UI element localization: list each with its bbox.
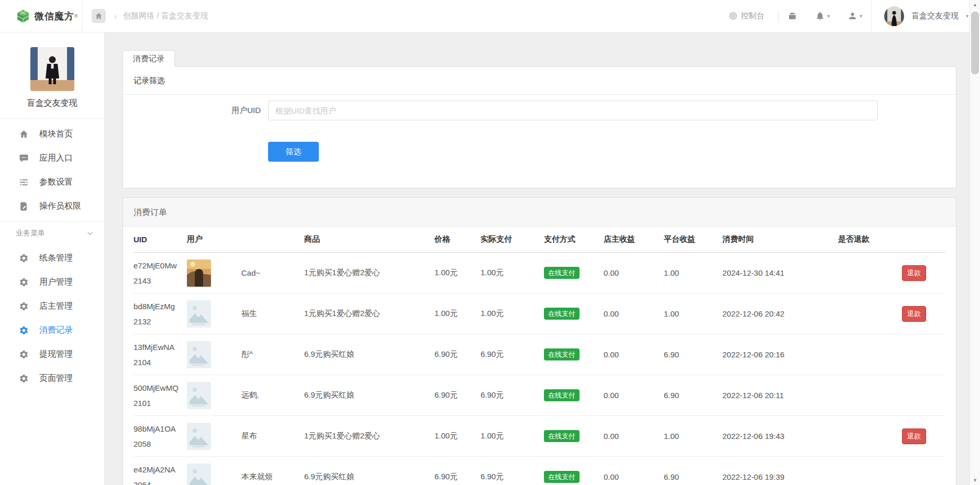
refund-cell: 退款 xyxy=(838,428,945,444)
sidebar-item-页面管理[interactable]: 页面管理 xyxy=(0,366,104,390)
user-cell: 福生 xyxy=(187,300,304,328)
filter-panel-title: 记录筛选 xyxy=(123,67,956,95)
user-cell: Cad~ xyxy=(187,260,304,287)
user-avatar xyxy=(187,341,211,368)
billing-icon[interactable] xyxy=(787,11,797,21)
user-avatar xyxy=(187,260,211,287)
table-row: 500MjEwMQ2101远鹤.6.9元购买红娘6.90元6.90元在线支付0.… xyxy=(133,375,945,416)
uid-cell: e42MjA2NA2064 xyxy=(133,465,187,485)
table-row: bd8MjEzMg2132福生1元购买1爱心赠2爱心1.00元1.00元在线支付… xyxy=(133,294,945,334)
sidebar-item-模块首页[interactable]: 模块首页 xyxy=(0,122,104,146)
gear-icon xyxy=(19,253,29,263)
notifications-bell-icon[interactable]: ▾ xyxy=(815,11,830,21)
pay-method-cell: 在线支付 xyxy=(544,348,604,360)
gear-icon xyxy=(19,301,29,311)
refund-button[interactable]: 退款 xyxy=(902,306,926,322)
gear-icon xyxy=(19,349,29,359)
sidebar-item-纸条管理[interactable]: 纸条管理 xyxy=(0,246,104,270)
filter-submit-button[interactable]: 筛选 xyxy=(268,142,319,162)
online-pay-badge: 在线支付 xyxy=(544,308,580,320)
account-switcher[interactable]: 盲盒交友变现 ▾ xyxy=(884,6,968,26)
product-cell: 6.9元购买红娘 xyxy=(304,349,435,359)
tab-consumption-records[interactable]: 消费记录 xyxy=(122,50,175,67)
refund-cell: 退款 xyxy=(838,265,945,281)
app-logo[interactable]: 微信魔方 ® xyxy=(0,8,82,24)
breadcrumb-path: 创颜网络 / 盲盒交友变现 xyxy=(123,11,208,21)
uid-code: bd8MjEzMg xyxy=(133,302,187,311)
sidebar-item-用户管理[interactable]: 用户管理 xyxy=(0,270,104,294)
console-link[interactable]: 控制台 xyxy=(729,11,764,21)
table-row: e42MjA2NA2064本来就烦6.9元购买红娘6.90元6.90元在线支付0… xyxy=(133,457,945,485)
column-header: 是否退款 xyxy=(838,234,945,244)
scrollbar-thumb[interactable] xyxy=(971,12,979,74)
sidebar-item-店主管理[interactable]: 店主管理 xyxy=(0,294,104,318)
column-header: 支付方式 xyxy=(544,234,604,244)
top-header: 微信魔方 ® › 创颜网络 / 盲盒交友变现 控制台 ▾ ▾ xyxy=(0,0,980,32)
sidebar-menu-top: 模块首页应用入口参数设置操作员权限 xyxy=(0,119,104,221)
product-cell: 1元购买1爱心赠2爱心 xyxy=(304,431,435,441)
module-avatar xyxy=(30,47,74,91)
table-row: 98bMjA1OA2058星布1元购买1爱心赠2爱心1.00元1.00元在线支付… xyxy=(133,416,945,457)
user-cell: 本来就烦 xyxy=(187,464,304,485)
operator-permission-icon xyxy=(19,201,29,211)
uid-label: 用户UID xyxy=(123,106,261,116)
actual-paid-cell: 1.00元 xyxy=(481,431,544,441)
orders-panel-title: 消费订单 xyxy=(123,198,956,227)
online-pay-badge: 在线支付 xyxy=(544,471,580,483)
gear-icon xyxy=(19,277,29,287)
home-icon[interactable] xyxy=(92,9,106,23)
column-header: UID xyxy=(133,235,187,244)
uid-cell: bd8MjEzMg2132 xyxy=(133,302,187,326)
user-avatar xyxy=(187,423,211,450)
actual-paid-cell: 1.00元 xyxy=(481,268,544,278)
price-cell: 6.90元 xyxy=(435,390,481,400)
refund-button[interactable]: 退款 xyxy=(902,428,926,444)
uid-code: e42MjA2NA xyxy=(133,465,187,474)
params-icon xyxy=(19,177,29,187)
home-icon xyxy=(19,129,29,139)
platform-income-cell: 1.00 xyxy=(664,268,722,277)
scroll-down-arrow-icon[interactable]: ▼ xyxy=(970,476,980,485)
user-menu-icon[interactable]: ▾ xyxy=(848,11,862,21)
page-scrollbar[interactable]: ▲ ▼ xyxy=(970,0,980,485)
user-cell: 远鹤. xyxy=(187,382,304,409)
shop-income-cell: 0.00 xyxy=(604,309,664,318)
uid-search-input[interactable] xyxy=(268,100,878,120)
account-avatar xyxy=(884,6,904,26)
uid-code: e72MjE0Mw xyxy=(133,261,187,270)
header-divider xyxy=(82,0,82,32)
refund-button[interactable]: 退款 xyxy=(902,265,926,281)
sidebar-item-提现管理[interactable]: 提现管理 xyxy=(0,342,104,366)
logo-text: 微信魔方 xyxy=(35,10,74,22)
sidebar-item-应用入口[interactable]: 应用入口 xyxy=(0,146,104,170)
user-cell: 彤^ xyxy=(187,341,304,368)
sidebar-item-label: 页面管理 xyxy=(39,373,73,384)
module-profile: 盲盒交友变现 xyxy=(0,32,104,118)
column-header: 实际支付 xyxy=(481,234,544,244)
uid-number: 2064 xyxy=(133,480,187,485)
uid-number: 2104 xyxy=(133,358,187,367)
table-header-row: UID用户商品价格实际支付支付方式店主收益平台收益消费时间是否退款 xyxy=(133,227,945,253)
sidebar-item-label: 店主管理 xyxy=(39,301,73,312)
table-row: e72MjE0Mw2143Cad~1元购买1爱心赠2爱心1.00元1.00元在线… xyxy=(133,253,945,294)
header-divider xyxy=(778,10,778,22)
consume-time-cell: 2022-12-06 20:11 xyxy=(722,391,838,400)
user-caret-icon: ▾ xyxy=(860,13,862,19)
scroll-up-arrow-icon[interactable]: ▲ xyxy=(970,0,980,9)
product-cell: 1元购买1爱心赠2爱心 xyxy=(304,309,435,319)
column-header: 价格 xyxy=(435,234,481,244)
pay-method-cell: 在线支付 xyxy=(544,308,604,320)
sidebar-item-参数设置[interactable]: 参数设置 xyxy=(0,170,104,194)
online-pay-badge: 在线支付 xyxy=(544,389,580,401)
user-nickname: 福生 xyxy=(241,309,257,319)
user-nickname: 彤^ xyxy=(241,349,253,359)
breadcrumb: › 创颜网络 / 盲盒交友变现 xyxy=(92,9,208,23)
user-nickname: Cad~ xyxy=(241,268,260,277)
sidebar-section-business[interactable]: 业务菜单 xyxy=(0,222,104,245)
price-cell: 6.90元 xyxy=(435,472,481,482)
sidebar-item-操作员权限[interactable]: 操作员权限 xyxy=(0,194,104,218)
sidebar-item-label: 提现管理 xyxy=(39,349,73,360)
sidebar-item-消费记录[interactable]: 消费记录 xyxy=(0,318,104,342)
pay-method-cell: 在线支付 xyxy=(544,430,604,442)
shop-income-cell: 0.00 xyxy=(604,432,664,441)
